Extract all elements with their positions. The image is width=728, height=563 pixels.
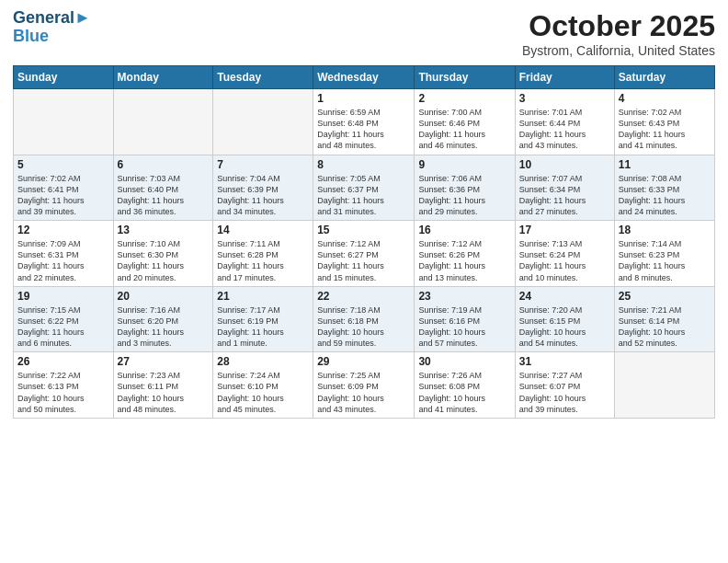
day-number: 16 (418, 224, 510, 236)
title-block: October 2025 Bystrom, California, United… (522, 9, 715, 58)
day-info: Sunrise: 7:09 AM Sunset: 6:31 PM Dayligh… (17, 238, 109, 283)
calendar-cell: 15Sunrise: 7:12 AM Sunset: 6:27 PM Dayli… (313, 221, 415, 287)
calendar-cell: 28Sunrise: 7:24 AM Sunset: 6:10 PM Dayli… (213, 352, 313, 419)
col-tuesday: Tuesday (213, 66, 313, 89)
day-info: Sunrise: 7:22 AM Sunset: 6:13 PM Dayligh… (17, 370, 109, 415)
day-info: Sunrise: 6:59 AM Sunset: 6:48 PM Dayligh… (317, 107, 410, 152)
day-number: 24 (519, 290, 610, 303)
calendar-cell (614, 352, 714, 419)
day-number: 31 (519, 355, 610, 368)
calendar-cell: 4Sunrise: 7:02 AM Sunset: 6:43 PM Daylig… (614, 89, 714, 155)
calendar-cell: 21Sunrise: 7:17 AM Sunset: 6:19 PM Dayli… (213, 286, 313, 352)
day-info: Sunrise: 7:02 AM Sunset: 6:41 PM Dayligh… (17, 173, 109, 218)
day-info: Sunrise: 7:03 AM Sunset: 6:40 PM Dayligh… (118, 173, 210, 218)
calendar-cell: 20Sunrise: 7:16 AM Sunset: 6:20 PM Dayli… (113, 286, 213, 352)
day-number: 29 (317, 355, 410, 368)
day-number: 14 (217, 224, 309, 236)
calendar-cell: 14Sunrise: 7:11 AM Sunset: 6:28 PM Dayli… (213, 221, 313, 287)
calendar-week-row: 19Sunrise: 7:15 AM Sunset: 6:22 PM Dayli… (14, 286, 715, 352)
col-monday: Monday (113, 66, 213, 89)
day-number: 27 (118, 355, 210, 368)
day-number: 20 (118, 290, 210, 303)
day-info: Sunrise: 7:14 AM Sunset: 6:23 PM Dayligh… (619, 238, 711, 283)
day-number: 5 (17, 158, 109, 171)
day-info: Sunrise: 7:10 AM Sunset: 6:30 PM Dayligh… (118, 238, 210, 283)
calendar-header-row: Sunday Monday Tuesday Wednesday Thursday… (14, 66, 715, 89)
day-info: Sunrise: 7:26 AM Sunset: 6:08 PM Dayligh… (418, 370, 510, 415)
calendar-cell: 19Sunrise: 7:15 AM Sunset: 6:22 PM Dayli… (14, 286, 114, 352)
col-sunday: Sunday (14, 66, 114, 89)
day-info: Sunrise: 7:21 AM Sunset: 6:14 PM Dayligh… (619, 304, 711, 350)
col-thursday: Thursday (415, 66, 515, 89)
day-info: Sunrise: 7:08 AM Sunset: 6:33 PM Dayligh… (619, 173, 711, 218)
calendar-cell: 3Sunrise: 7:01 AM Sunset: 6:44 PM Daylig… (515, 89, 614, 155)
month-title: October 2025 (522, 9, 715, 43)
day-number: 15 (317, 224, 410, 236)
calendar-week-row: 12Sunrise: 7:09 AM Sunset: 6:31 PM Dayli… (14, 221, 715, 287)
calendar-cell: 25Sunrise: 7:21 AM Sunset: 6:14 PM Dayli… (614, 286, 714, 352)
day-info: Sunrise: 7:04 AM Sunset: 6:39 PM Dayligh… (217, 173, 309, 218)
day-info: Sunrise: 7:05 AM Sunset: 6:37 PM Dayligh… (317, 173, 410, 218)
day-number: 23 (418, 290, 510, 303)
day-number: 18 (619, 224, 711, 236)
day-number: 4 (619, 92, 711, 105)
col-saturday: Saturday (614, 66, 714, 89)
calendar-cell: 12Sunrise: 7:09 AM Sunset: 6:31 PM Dayli… (14, 221, 114, 287)
logo-subtext: Blue (13, 28, 91, 46)
day-number: 17 (519, 224, 610, 236)
day-info: Sunrise: 7:23 AM Sunset: 6:11 PM Dayligh… (118, 370, 210, 415)
calendar-cell: 1Sunrise: 6:59 AM Sunset: 6:48 PM Daylig… (313, 89, 415, 155)
day-number: 21 (217, 290, 309, 303)
day-number: 2 (418, 92, 510, 105)
calendar-cell (213, 89, 313, 155)
calendar-cell: 18Sunrise: 7:14 AM Sunset: 6:23 PM Dayli… (614, 221, 714, 287)
calendar-week-row: 5Sunrise: 7:02 AM Sunset: 6:41 PM Daylig… (14, 155, 715, 221)
calendar-cell: 31Sunrise: 7:27 AM Sunset: 6:07 PM Dayli… (515, 352, 614, 419)
day-number: 30 (418, 355, 510, 368)
calendar-cell: 8Sunrise: 7:05 AM Sunset: 6:37 PM Daylig… (313, 155, 415, 221)
day-number: 8 (317, 158, 410, 171)
day-info: Sunrise: 7:02 AM Sunset: 6:43 PM Dayligh… (619, 107, 711, 152)
calendar-cell: 6Sunrise: 7:03 AM Sunset: 6:40 PM Daylig… (113, 155, 213, 221)
day-number: 28 (217, 355, 309, 368)
day-info: Sunrise: 7:27 AM Sunset: 6:07 PM Dayligh… (519, 370, 610, 415)
day-info: Sunrise: 7:20 AM Sunset: 6:15 PM Dayligh… (519, 304, 610, 350)
logo: General► Blue (13, 9, 91, 46)
day-number: 7 (217, 158, 309, 171)
day-info: Sunrise: 7:15 AM Sunset: 6:22 PM Dayligh… (17, 304, 109, 350)
col-wednesday: Wednesday (313, 66, 415, 89)
day-number: 13 (118, 224, 210, 236)
day-info: Sunrise: 7:25 AM Sunset: 6:09 PM Dayligh… (317, 370, 410, 415)
day-info: Sunrise: 7:00 AM Sunset: 6:46 PM Dayligh… (418, 107, 510, 152)
logo-text: General► (13, 9, 91, 28)
day-number: 3 (519, 92, 610, 105)
day-info: Sunrise: 7:11 AM Sunset: 6:28 PM Dayligh… (217, 238, 309, 283)
day-number: 6 (118, 158, 210, 171)
calendar-cell: 9Sunrise: 7:06 AM Sunset: 6:36 PM Daylig… (415, 155, 515, 221)
calendar-cell: 16Sunrise: 7:12 AM Sunset: 6:26 PM Dayli… (415, 221, 515, 287)
calendar-cell: 10Sunrise: 7:07 AM Sunset: 6:34 PM Dayli… (515, 155, 614, 221)
calendar-cell: 24Sunrise: 7:20 AM Sunset: 6:15 PM Dayli… (515, 286, 614, 352)
location: Bystrom, California, United States (522, 43, 715, 58)
calendar-cell: 22Sunrise: 7:18 AM Sunset: 6:18 PM Dayli… (313, 286, 415, 352)
calendar-cell (113, 89, 213, 155)
day-number: 9 (418, 158, 510, 171)
calendar-cell: 7Sunrise: 7:04 AM Sunset: 6:39 PM Daylig… (213, 155, 313, 221)
calendar-cell: 29Sunrise: 7:25 AM Sunset: 6:09 PM Dayli… (313, 352, 415, 419)
day-info: Sunrise: 7:12 AM Sunset: 6:26 PM Dayligh… (418, 238, 510, 283)
calendar-cell: 23Sunrise: 7:19 AM Sunset: 6:16 PM Dayli… (415, 286, 515, 352)
day-info: Sunrise: 7:16 AM Sunset: 6:20 PM Dayligh… (118, 304, 210, 350)
calendar-cell: 11Sunrise: 7:08 AM Sunset: 6:33 PM Dayli… (614, 155, 714, 221)
day-number: 19 (17, 290, 109, 303)
calendar-cell: 30Sunrise: 7:26 AM Sunset: 6:08 PM Dayli… (415, 352, 515, 419)
calendar-cell (14, 89, 114, 155)
day-number: 25 (619, 290, 711, 303)
day-info: Sunrise: 7:19 AM Sunset: 6:16 PM Dayligh… (418, 304, 510, 350)
header: General► Blue October 2025 Bystrom, Cali… (13, 9, 715, 58)
day-number: 11 (619, 158, 711, 171)
day-info: Sunrise: 7:18 AM Sunset: 6:18 PM Dayligh… (317, 304, 410, 350)
calendar-cell: 26Sunrise: 7:22 AM Sunset: 6:13 PM Dayli… (14, 352, 114, 419)
day-info: Sunrise: 7:07 AM Sunset: 6:34 PM Dayligh… (519, 173, 610, 218)
day-info: Sunrise: 7:13 AM Sunset: 6:24 PM Dayligh… (519, 238, 610, 283)
calendar-cell: 2Sunrise: 7:00 AM Sunset: 6:46 PM Daylig… (415, 89, 515, 155)
